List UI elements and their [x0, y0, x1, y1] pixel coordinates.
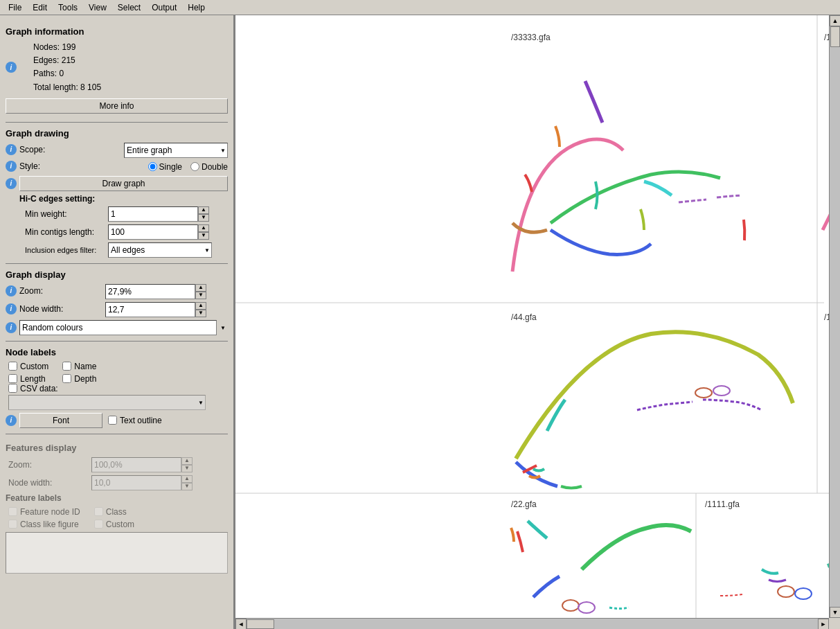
scope-row: i Scope: Entire graph Around nodes Aroun…	[6, 143, 228, 158]
path-1111-3	[769, 580, 786, 582]
zoom-info-icon: i	[6, 285, 17, 296]
path-22-6	[609, 608, 629, 609]
min-weight-spinners: ▲ ▼	[198, 206, 209, 222]
info-icon: i	[6, 62, 17, 73]
path-22-5	[511, 528, 514, 542]
feature-class-label: Class	[94, 507, 134, 517]
features-display-section: Features display Zoom: ▲ ▼ Node width:	[6, 443, 228, 576]
scope-label: Scope:	[19, 145, 102, 154]
menu-edit[interactable]: Edit	[27, 1, 53, 14]
depth-checkbox[interactable]	[62, 374, 71, 383]
right-panel-vscroll[interactable]: ▲ ▼	[829, 15, 840, 618]
vscroll-track[interactable]	[830, 26, 840, 607]
menu-tools[interactable]: Tools	[53, 1, 83, 14]
zoom-down[interactable]: ▼	[195, 292, 206, 299]
text-outline-label[interactable]: Text outline	[108, 416, 162, 425]
csv-select[interactable]	[8, 395, 206, 410]
style-single-label[interactable]: Single	[148, 162, 182, 172]
graph-info-row: i Nodes: 199 Edges: 215 Paths: 0	[6, 41, 228, 94]
hscroll-thumb[interactable]	[247, 619, 274, 629]
style-double-label[interactable]: Double	[190, 162, 228, 172]
length-checkbox[interactable]	[8, 374, 17, 383]
path-33333-10	[641, 209, 644, 230]
csv-data-label: CSV data:	[20, 384, 58, 393]
more-info-button[interactable]: More info	[6, 98, 228, 114]
graph-drawing-section: Graph drawing i Scope: Entire graph Arou…	[6, 128, 228, 258]
features-zoom-input-group: ▲ ▼	[91, 457, 193, 472]
node-width-spinners: ▲ ▼	[195, 302, 206, 317]
vscroll-up[interactable]: ▲	[830, 15, 840, 26]
hscroll-right[interactable]: ►	[818, 619, 829, 629]
draw-graph-button[interactable]: Draw graph	[19, 176, 228, 191]
min-weight-up[interactable]: ▲	[198, 206, 209, 214]
vscroll-thumb[interactable]	[830, 26, 840, 47]
scope-select-wrapper: Entire graph Around nodes Around blast h…	[124, 143, 228, 158]
node-width-info-icon: i	[6, 303, 17, 314]
min-contigs-input[interactable]	[108, 224, 198, 240]
features-node-width-input-group: ▲ ▼	[91, 475, 193, 490]
color-select[interactable]: Random colours Uniform colour Depth	[19, 320, 217, 335]
text-outline-text: Text outline	[120, 416, 162, 425]
csv-checkbox-label[interactable]: CSV data:	[8, 384, 58, 393]
style-single-radio[interactable]	[148, 162, 157, 171]
edges-stat: Edges: 215	[33, 54, 101, 67]
hscroll-left[interactable]: ◄	[235, 619, 247, 629]
paths-label: Paths:	[33, 69, 57, 78]
path-44-6	[533, 469, 544, 471]
style-double-radio[interactable]	[190, 162, 199, 171]
graph-display-section: Graph display i Zoom: ▲ ▼ i	[6, 269, 228, 335]
custom-checkbox-label[interactable]: Custom	[8, 362, 48, 371]
class-like-figure-label: Class like figure	[8, 520, 80, 529]
hic-title: Hi-C edges setting:	[19, 194, 228, 204]
node-labels-col1: Custom Length	[8, 362, 48, 384]
min-weight-input[interactable]	[108, 206, 198, 222]
path-44-7	[637, 402, 692, 410]
menu-select[interactable]: Select	[112, 1, 146, 14]
features-textarea	[6, 532, 228, 574]
menu-file[interactable]: File	[3, 1, 27, 14]
icon-22-2	[578, 602, 595, 613]
class-like-figure-text: Class like figure	[20, 520, 79, 529]
feature-class-checkbox	[94, 507, 103, 516]
graph-display-title: Graph display	[6, 269, 228, 280]
icon-44-2	[713, 386, 730, 396]
left-panel: Graph information i Nodes: 199 Edges: 21…	[0, 15, 235, 629]
node-width-info-row: i Node width:	[6, 303, 102, 314]
path-1111-4	[720, 594, 742, 596]
path-33333-12	[717, 195, 741, 197]
name-checkbox[interactable]	[62, 362, 71, 371]
zoom-label: Zoom:	[19, 286, 102, 296]
features-zoom-spinners: ▲ ▼	[181, 457, 193, 472]
length-checkbox-label[interactable]: Length	[8, 374, 48, 384]
font-button[interactable]: Font	[19, 413, 102, 428]
path-33333-6	[585, 81, 602, 123]
right-panel-hscroll[interactable]: ◄ ►	[235, 618, 829, 629]
zoom-up[interactable]: ▲	[195, 284, 206, 292]
custom-checkbox[interactable]	[8, 362, 17, 371]
depth-checkbox-label[interactable]: Depth	[62, 374, 96, 384]
inclusion-select[interactable]: All edges No edges	[108, 242, 212, 258]
node-labels-col2: Name Depth	[62, 362, 96, 384]
scope-select[interactable]: Entire graph Around nodes Around blast h…	[124, 143, 228, 158]
min-contigs-spinners: ▲ ▼	[198, 224, 209, 240]
node-width-up[interactable]: ▲	[195, 302, 206, 310]
min-weight-down[interactable]: ▼	[198, 214, 209, 222]
menu-view[interactable]: View	[83, 1, 112, 14]
menu-output[interactable]: Output	[146, 1, 182, 14]
divider-4	[6, 434, 228, 434]
min-contigs-up[interactable]: ▲	[198, 224, 209, 232]
hscroll-track[interactable]	[247, 619, 818, 629]
node-width-down[interactable]: ▼	[195, 310, 206, 317]
vscroll-down[interactable]: ▼	[830, 607, 840, 618]
feature-labels-col1: Feature node ID Class like figure	[8, 507, 80, 529]
menu-help[interactable]: Help	[182, 1, 211, 14]
min-contigs-down[interactable]: ▼	[198, 232, 209, 240]
features-zoom-input	[91, 457, 181, 472]
text-outline-checkbox[interactable]	[108, 416, 117, 425]
zoom-input[interactable]	[105, 284, 195, 299]
name-checkbox-label[interactable]: Name	[62, 362, 96, 371]
graph-svg: /33333.gfa /11.gfa /44.gfa /111.gfa /22.…	[235, 15, 840, 629]
csv-checkbox[interactable]	[8, 384, 17, 393]
nodes-value: 199	[62, 42, 75, 52]
node-width-input[interactable]	[105, 302, 195, 317]
